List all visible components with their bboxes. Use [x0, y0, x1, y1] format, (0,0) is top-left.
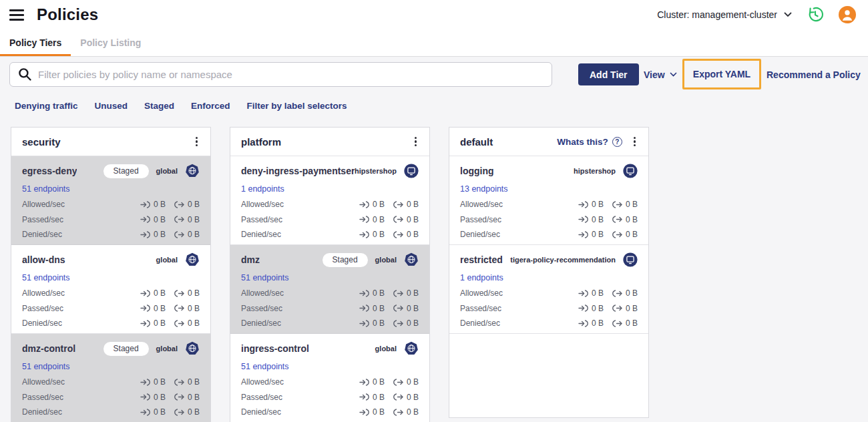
traffic-stat-row: Passed/sec0 B0 B: [22, 390, 200, 405]
endpoints-link[interactable]: 51 endpoints: [22, 184, 70, 194]
stat-label: Passed/sec: [460, 304, 501, 313]
filter-enforced[interactable]: Enforced: [191, 101, 230, 111]
endpoints-link[interactable]: 1 endpoints: [460, 273, 503, 282]
view-button-label: View: [644, 69, 665, 80]
traffic-stat-row: Allowed/sec0 B0 B: [460, 197, 638, 212]
policy-name[interactable]: ingress-control: [241, 343, 309, 354]
ingress-traffic-icon: [359, 409, 369, 416]
policy-card-deny-ingress-paymentservi[interactable]: deny-ingress-paymentservi…hipstershop1 e…: [230, 156, 429, 245]
traffic-stat-row: Denied/sec0 B0 B: [22, 405, 200, 420]
ingress-value: 0 B: [578, 319, 604, 328]
global-scope-icon: [185, 252, 200, 267]
egress-value: 0 B: [393, 230, 419, 239]
tier-name: platform: [241, 136, 281, 148]
tier-kebab-menu-icon[interactable]: [411, 134, 420, 150]
global-scope-badge: [404, 341, 419, 356]
egress-value: 0 B: [393, 200, 419, 209]
staged-badge: Staged: [103, 164, 149, 178]
ingress-value: 0 B: [140, 377, 166, 387]
add-tier-button[interactable]: Add Tier: [578, 63, 639, 85]
policy-name[interactable]: logging: [460, 166, 494, 176]
ingress-value: 0 B: [359, 200, 385, 209]
whats-this-link[interactable]: Whats this??: [557, 137, 622, 147]
traffic-stat-row: Denied/sec0 B0 B: [460, 227, 638, 242]
export-yaml-button[interactable]: Export YAML: [693, 69, 750, 79]
hamburger-menu-icon[interactable]: [9, 9, 24, 21]
policy-scope-label: global: [375, 256, 397, 264]
egress-value: 0 B: [174, 304, 200, 313]
egress-value: 0 B: [393, 215, 419, 224]
tier-header: security: [11, 128, 210, 156]
egress-value: 0 B: [174, 319, 200, 328]
view-button[interactable]: View: [644, 63, 677, 85]
stat-label: Denied/sec: [22, 407, 62, 417]
ingress-value: 0 B: [578, 304, 604, 313]
egress-traffic-icon: [612, 304, 622, 312]
ingress-traffic-icon: [578, 216, 588, 223]
stat-label: Passed/sec: [460, 215, 501, 224]
stat-label: Denied/sec: [241, 319, 281, 328]
ingress-value: 0 B: [140, 319, 166, 328]
traffic-stat-row: Passed/sec0 B0 B: [22, 301, 200, 316]
policy-card-dmz[interactable]: dmzStagedglobal51 endpointsAllowed/sec0 …: [230, 245, 429, 334]
stat-label: Denied/sec: [22, 319, 62, 328]
ingress-value: 0 B: [140, 393, 166, 402]
ingress-traffic-icon: [140, 320, 150, 327]
history-icon-glyph: [807, 6, 824, 23]
ingress-traffic-icon: [359, 304, 369, 312]
policy-card-logging[interactable]: logginghipstershop13 endpointsAllowed/se…: [449, 156, 648, 245]
endpoints-link[interactable]: 51 endpoints: [22, 362, 70, 371]
tab-policy-tiers[interactable]: Policy Tiers: [0, 30, 71, 56]
policy-card-restricted[interactable]: restrictedtigera-policy-recommendation1 …: [449, 245, 648, 334]
tier-name: default: [460, 136, 493, 148]
traffic-stat-row: Passed/sec0 B0 B: [22, 212, 200, 228]
tier-kebab-menu-icon[interactable]: [192, 134, 201, 150]
traffic-stat-row: Allowed/sec0 B0 B: [460, 286, 638, 301]
egress-traffic-icon: [174, 216, 184, 223]
endpoints-link[interactable]: 51 endpoints: [241, 273, 289, 282]
endpoints-link[interactable]: 1 endpoints: [241, 184, 284, 194]
stat-label: Denied/sec: [460, 319, 500, 328]
filter-label-selectors[interactable]: Filter by label selectors: [247, 101, 347, 111]
ingress-value: 0 B: [359, 377, 385, 387]
whats-this-label: Whats this?: [557, 137, 608, 147]
endpoints-link[interactable]: 51 endpoints: [22, 273, 70, 282]
policy-card-ingress-control[interactable]: ingress-controlglobal51 endpointsAllowed…: [230, 334, 429, 422]
ingress-traffic-icon: [359, 290, 369, 297]
cluster-selector[interactable]: Cluster: management-cluster: [657, 9, 792, 20]
egress-traffic-icon: [612, 320, 622, 327]
policy-card-dmz-control[interactable]: dmz-controlStagedglobal51 endpointsAllow…: [11, 334, 210, 422]
ingress-traffic-icon: [140, 409, 150, 416]
egress-value: 0 B: [174, 407, 200, 417]
policy-name[interactable]: deny-ingress-paymentservi…: [241, 166, 355, 176]
stat-label: Allowed/sec: [241, 288, 284, 298]
history-icon[interactable]: [807, 6, 824, 23]
policy-scope-label: hipstershop: [355, 167, 397, 175]
policy-name[interactable]: restricted: [460, 254, 503, 265]
ingress-value: 0 B: [140, 288, 166, 298]
filter-staged[interactable]: Staged: [144, 101, 174, 111]
policy-scope-label: global: [156, 345, 178, 353]
tier-kebab-menu-icon[interactable]: [630, 134, 639, 150]
policy-card-egress-deny[interactable]: egress-denyStagedglobal51 endpointsAllow…: [11, 156, 210, 245]
filter-denying-traffic[interactable]: Denying traffic: [15, 101, 78, 111]
policy-name[interactable]: dmz-control: [22, 343, 75, 354]
search-input[interactable]: [38, 69, 544, 80]
endpoints-link[interactable]: 13 endpoints: [460, 184, 508, 194]
policy-name[interactable]: allow-dns: [22, 254, 65, 265]
policy-scope-label: global: [156, 167, 178, 175]
tab-policy-listing[interactable]: Policy Listing: [71, 30, 150, 56]
policy-card-allow-dns[interactable]: allow-dnsglobal51 endpointsAllowed/sec0 …: [11, 245, 210, 334]
policy-name[interactable]: egress-deny: [22, 166, 77, 176]
search-icon: [18, 67, 32, 81]
user-avatar[interactable]: [839, 6, 856, 23]
filter-unused[interactable]: Unused: [95, 101, 128, 111]
recommend-policy-button[interactable]: Recommend a Policy: [767, 63, 861, 85]
policy-name[interactable]: dmz: [241, 254, 260, 265]
ingress-value: 0 B: [578, 215, 604, 224]
egress-value: 0 B: [612, 200, 638, 209]
ingress-traffic-icon: [140, 393, 150, 401]
global-scope-badge: [185, 164, 200, 178]
endpoints-link[interactable]: 51 endpoints: [241, 362, 289, 371]
ingress-traffic-icon: [578, 231, 588, 238]
